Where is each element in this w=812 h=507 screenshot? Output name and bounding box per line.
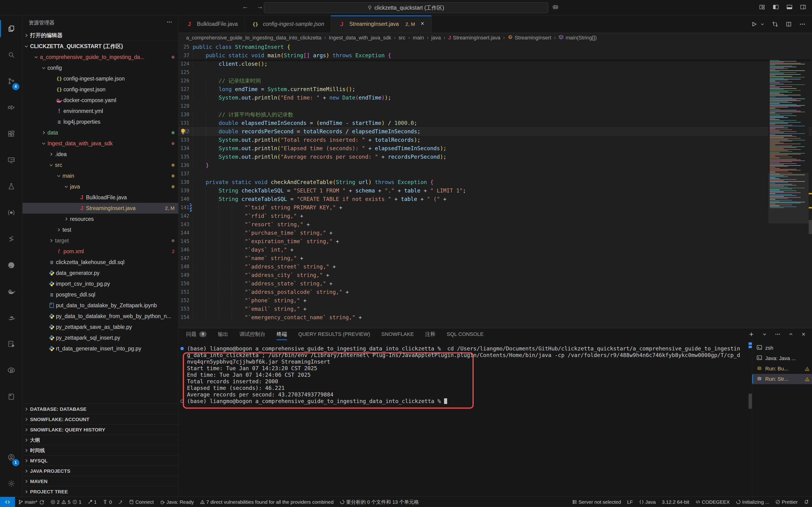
activity-cpp-tools-icon[interactable]: C+ bbox=[0, 331, 22, 357]
activity-remote-explorer-icon[interactable] bbox=[0, 147, 22, 173]
tree-item[interactable]: {}config-ingest.json bbox=[22, 84, 178, 95]
tree-item[interactable]: JStreamingInsert.java2, M bbox=[22, 203, 178, 214]
code-editor[interactable]: 25public class StreamingInsert {37 publi… bbox=[179, 43, 812, 328]
code-line-content[interactable]: // 计算平均每秒插入的记录数 bbox=[189, 110, 812, 119]
breadcrumb-item[interactable]: StreamingInsert bbox=[508, 35, 551, 41]
sidebar-section-header[interactable]: 时间线 bbox=[22, 445, 178, 455]
tree-item[interactable]: docker-compose.yaml bbox=[22, 95, 178, 106]
panel-tab[interactable]: SNOWFLAKE bbox=[381, 328, 414, 340]
panel-tab[interactable]: SQL CONSOLE bbox=[447, 328, 484, 340]
more-actions-icon[interactable] bbox=[799, 21, 805, 27]
tree-item[interactable]: {}config-ingest-sample.json bbox=[22, 73, 178, 84]
sidebar-section-header[interactable]: MYSQL bbox=[22, 455, 178, 466]
tree-item[interactable]: a_comprehensive_guide_to_ingesting_da... bbox=[22, 52, 178, 62]
code-line-content[interactable] bbox=[189, 102, 812, 110]
breadcrumb-item[interactable]: src bbox=[399, 35, 405, 41]
breadcrumb-item[interactable]: a_comprehensive_guide_to_ingesting_data_… bbox=[186, 35, 321, 41]
tree-item[interactable]: py_zettapark_save_as_table.py bbox=[22, 322, 178, 332]
sidebar-section-header[interactable]: SNOWFLAKE: ACCOUNT bbox=[22, 414, 178, 425]
code-line-content[interactable]: "`email` string," + bbox=[189, 305, 812, 313]
panel-more-icon[interactable] bbox=[775, 331, 780, 337]
run-dropdown-icon[interactable] bbox=[760, 22, 765, 26]
tree-item[interactable]: java bbox=[22, 181, 178, 192]
terminal[interactable]: (base) liangmo@bogon a_comprehensive_gui… bbox=[179, 340, 752, 497]
status-remote-indicator[interactable] bbox=[0, 497, 15, 507]
breadcrumb-item[interactable]: Ingest_data_with_java_sdk bbox=[329, 35, 391, 41]
status-initializing[interactable]: Initializing ... bbox=[733, 497, 772, 507]
activity-extension-arrows-icon[interactable] bbox=[0, 226, 22, 252]
code-line-content[interactable]: public class StreamingInsert { bbox=[189, 43, 812, 51]
tree-item[interactable]: JBulkloadFile.java bbox=[22, 192, 178, 203]
tree-item[interactable]: ≡log4j.properties bbox=[22, 116, 178, 127]
code-line-content[interactable]: System.out.println("Average records per … bbox=[189, 153, 812, 161]
run-java-icon[interactable] bbox=[751, 21, 757, 27]
code-line-content[interactable]: "`address_postalcode` string," + bbox=[189, 288, 812, 296]
tree-item[interactable]: ≡posgtres_ddl.sql bbox=[22, 289, 178, 300]
split-editor-icon[interactable] bbox=[786, 21, 792, 27]
code-line-content[interactable]: } bbox=[189, 161, 812, 169]
status-tools-count[interactable]: 1 bbox=[85, 497, 100, 507]
toggle-secondary-sidebar-icon[interactable] bbox=[800, 4, 806, 11]
workspace-header[interactable]: CLICKZETTA_QUICKSTART (工作区) bbox=[22, 41, 178, 52]
terminal-list-item[interactable]: zsh bbox=[752, 343, 812, 353]
sidebar-section-header[interactable]: PROJECT TREE bbox=[22, 486, 178, 497]
panel-tab[interactable]: 输出 bbox=[218, 328, 228, 340]
panel-tab[interactable]: QUERY RESULTS (PREVIEW) bbox=[298, 328, 370, 340]
sidebar-section-header[interactable]: DATABASE: DATABASE bbox=[22, 404, 178, 414]
sidebar-section-header[interactable]: SNOWFLAKE: QUERY HISTORY bbox=[22, 425, 178, 435]
tree-item[interactable]: resources bbox=[22, 214, 178, 224]
nav-back-icon[interactable]: ← bbox=[242, 3, 249, 10]
tree-item[interactable]: rt_data_generate_insert_into_pg.py bbox=[22, 343, 178, 354]
tree-item[interactable]: src bbox=[22, 160, 178, 170]
tree-item[interactable]: pom.xml2 bbox=[22, 246, 178, 257]
code-line-content[interactable]: double recordsPerSecond = totalRecords /… bbox=[189, 127, 812, 136]
customize-layout-icon[interactable] bbox=[759, 4, 765, 11]
status-ports-count[interactable]: 0 bbox=[100, 497, 115, 507]
tree-item[interactable]: main bbox=[22, 170, 178, 181]
tree-item[interactable]: put_data_to_datalake_by_Zettapark.ipynb bbox=[22, 300, 178, 311]
status-python-version[interactable]: 3.12.2 64-bit bbox=[659, 497, 693, 507]
terminal-list-item[interactable]: Java: Java ... bbox=[752, 353, 812, 363]
close-panel-icon[interactable] bbox=[801, 332, 806, 337]
panel-tab[interactable]: 终端 bbox=[276, 328, 287, 340]
code-line-content[interactable]: "`address_city` string," + bbox=[189, 271, 812, 279]
breadcrumb-item[interactable]: java bbox=[432, 35, 441, 41]
code-line-content[interactable]: double elapsedTimeInSeconds = (endTime -… bbox=[189, 119, 812, 127]
activity-github-icon[interactable] bbox=[0, 252, 22, 278]
code-line-content[interactable]: public static void main(String[] args) t… bbox=[189, 51, 812, 60]
code-line-content[interactable]: String checkTableSQL = "SELECT 1 FROM " … bbox=[189, 186, 812, 195]
activity-source-control-icon[interactable]: 4 bbox=[0, 68, 22, 94]
code-line-content[interactable]: "`emergency_contact_name` string," + bbox=[189, 313, 812, 322]
status-vulnerabilities[interactable]: 7 direct vulnerabilities found for all t… bbox=[197, 497, 337, 507]
terminal-dropdown-icon[interactable] bbox=[762, 332, 767, 337]
tree-item[interactable]: .idea bbox=[22, 149, 178, 160]
status-debug-launch[interactable] bbox=[115, 497, 126, 507]
code-line-content[interactable]: "`phone` string," + bbox=[189, 296, 812, 305]
code-line-content[interactable]: // 记录结束时间 bbox=[189, 76, 812, 85]
activity-accounts-icon[interactable]: 1 bbox=[0, 444, 22, 470]
code-line-content[interactable]: "`days` int," + bbox=[189, 245, 812, 254]
editor-scrollbar[interactable] bbox=[809, 43, 812, 328]
command-center-search[interactable]: ⚲ clickzetta_quickstart (工作区) bbox=[264, 2, 548, 13]
status-db-connect[interactable]: Connect bbox=[126, 497, 157, 507]
code-line-content[interactable]: client.close(); bbox=[189, 60, 812, 68]
tree-item[interactable]: data_generator.py bbox=[22, 268, 178, 278]
breadcrumb-item[interactable]: JStreamingInsert.java bbox=[448, 35, 500, 41]
activity-settings-gear-icon[interactable] bbox=[0, 470, 22, 497]
code-line-content[interactable]: "`txid` string PRIMARY KEY," + bbox=[189, 203, 812, 212]
activity-search-icon[interactable] bbox=[0, 42, 22, 68]
code-line-content[interactable]: String createTableSQL = "CREATE TABLE if… bbox=[189, 195, 812, 203]
activity-explorer-icon[interactable] bbox=[0, 15, 22, 42]
code-line-content[interactable]: private static void checkAndCreateTable(… bbox=[189, 178, 812, 186]
breadcrumb-item[interactable]: main(String[]) bbox=[558, 35, 597, 41]
explorer-more-actions-icon[interactable] bbox=[166, 19, 172, 26]
status-analysis-status[interactable]: 要分析的 0 个文件和 13 个单元格 bbox=[337, 497, 422, 507]
status-branch-status[interactable]: main* bbox=[15, 497, 47, 507]
synchronize-changes-icon[interactable] bbox=[772, 21, 778, 27]
status-codegeex[interactable]: CODEGEEX bbox=[693, 497, 733, 507]
editor-tab[interactable]: JBulkloadFile.java bbox=[179, 15, 245, 33]
sidebar-section-header[interactable]: JAVA PROJECTS bbox=[22, 466, 178, 476]
activity-run-debug-icon[interactable] bbox=[0, 94, 22, 121]
tree-item[interactable]: target bbox=[22, 235, 178, 246]
panel-tab[interactable]: 问题8 bbox=[186, 328, 207, 340]
